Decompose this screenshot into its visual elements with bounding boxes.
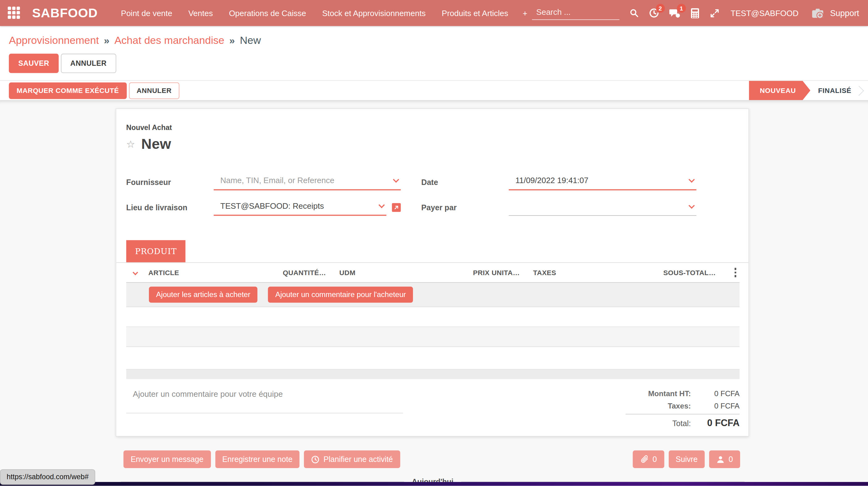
- status-pipeline: NOUVEAUFINALISÉ: [749, 81, 868, 100]
- followers-button[interactable]: 0: [709, 451, 740, 468]
- date-value[interactable]: 11/09/2022 19:41:07: [515, 176, 588, 185]
- internal-link-icon[interactable]: [392, 203, 401, 212]
- lieu-label: Lieu de livraison: [126, 203, 214, 212]
- chevron-down-icon[interactable]: [688, 176, 695, 183]
- total-row-value: 0 FCFA: [691, 402, 740, 410]
- followers-count: 0: [729, 455, 733, 464]
- lieu-input-wrap: TEST@SABFOOD: Receipts: [214, 199, 386, 216]
- fournisseur-input[interactable]: [220, 176, 393, 185]
- apps-menu-icon[interactable]: [8, 6, 21, 20]
- breadcrumb-item: Achat des marchandise »: [114, 34, 235, 46]
- grand-total-label: Total:: [673, 419, 691, 428]
- breadcrumb-separator-icon: »: [104, 35, 110, 46]
- calculator-icon[interactable]: [690, 7, 699, 19]
- navbar-right: 2 1 TEST@SABFOOD Support: [532, 6, 859, 20]
- col-article[interactable]: ARTICLE: [148, 269, 276, 277]
- support-button[interactable]: Support: [812, 7, 859, 19]
- search-input[interactable]: [532, 6, 619, 20]
- add-articles-button[interactable]: Ajouter les articles à acheter: [149, 287, 258, 302]
- field-fournisseur: Fournisseur: [126, 172, 401, 191]
- schedule-activity-label: Planifier une activité: [323, 455, 393, 464]
- attachments-count: 0: [652, 455, 657, 464]
- breadcrumb-link[interactable]: Approvisionnement: [9, 34, 99, 46]
- favorite-star-icon[interactable]: ☆: [126, 139, 135, 149]
- top-navbar: SABFOOD Point de venteVentesOperations d…: [0, 0, 868, 26]
- date-label: Date: [421, 177, 509, 187]
- breadcrumb-link[interactable]: Achat des marchandise: [114, 34, 224, 46]
- discard-button[interactable]: ANNULER: [61, 54, 116, 73]
- status-state[interactable]: FINALISÉ: [810, 81, 868, 100]
- field-lieu-livraison: Lieu de livraison TEST@SABFOOD: Receipts: [126, 198, 401, 217]
- add-menu-icon[interactable]: +: [523, 9, 527, 18]
- lieu-value[interactable]: TEST@SABFOOD: Receipts: [220, 201, 324, 210]
- cancel-button[interactable]: ANNULER: [129, 82, 179, 99]
- status-bar-url: https://sabfood.com/web#: [0, 469, 95, 485]
- field-grid: Fournisseur Lieu de livraison TEST@SABFO…: [126, 172, 735, 224]
- date-input-wrap: 11/09/2022 19:41:07: [509, 174, 696, 191]
- mark-done-button[interactable]: MARQUER COMME EXÉCUTÉ: [9, 82, 127, 99]
- col-prix-unitaire[interactable]: PRIX UNITA…: [412, 269, 520, 277]
- total-row-label: Taxes:: [668, 402, 691, 410]
- breadcrumb-item: Approvisionnement »: [9, 34, 110, 46]
- support-label: Support: [830, 8, 859, 18]
- messages-icon[interactable]: 1: [669, 8, 680, 18]
- col-udm[interactable]: UDM: [326, 269, 413, 277]
- total-row-value: 0 FCFA: [691, 390, 740, 398]
- send-message-button[interactable]: Envoyer un message: [124, 451, 211, 468]
- search-icon[interactable]: [629, 8, 639, 18]
- paperclip-icon: [640, 455, 649, 464]
- tab-produit[interactable]: PRODUIT: [126, 240, 186, 262]
- record-title: New: [141, 135, 171, 153]
- menu-item[interactable]: Produits et Articles: [442, 9, 508, 18]
- fournisseur-input-wrap: [214, 174, 401, 191]
- chevron-down-icon[interactable]: [378, 202, 384, 208]
- team-note-input[interactable]: [126, 390, 403, 414]
- empty-row-placeholder: [126, 326, 740, 347]
- add-buyer-note-button[interactable]: Ajouter un commentaire pour l'acheteur: [268, 287, 413, 302]
- empty-row-placeholder: [126, 369, 740, 379]
- screenshot-viewport: SABFOOD Point de venteVentesOperations d…: [0, 0, 868, 486]
- record-subtitle: Nouvel Achat: [126, 124, 735, 132]
- col-sous-total[interactable]: SOUS-TOTAL…: [658, 269, 716, 277]
- table-header-row: ARTICLE QUANTITÉ… UDM PRIX UNITA… TAXES …: [126, 263, 740, 283]
- breadcrumb-link[interactable]: New: [240, 34, 261, 46]
- chevron-down-icon[interactable]: [393, 176, 399, 183]
- person-icon: [716, 455, 725, 463]
- follow-button[interactable]: Suivre: [669, 451, 705, 468]
- breadcrumb: Approvisionnement » Achat des marchandis…: [0, 26, 868, 50]
- messages-count-badge: 1: [677, 4, 686, 13]
- breadcrumb-item: New »: [240, 34, 261, 46]
- form-actions: SAUVER ANNULER: [0, 50, 868, 80]
- clock-icon: [311, 455, 320, 463]
- col-quantite[interactable]: QUANTITÉ…: [276, 269, 326, 277]
- col-taxes[interactable]: TAXES: [520, 269, 658, 277]
- optional-columns-icon[interactable]: [716, 268, 741, 277]
- sheet-footer: Montant HT: 0 FCFA Taxes: 0 FCFA Total:: [126, 390, 740, 433]
- status-state[interactable]: NOUVEAU: [749, 81, 810, 100]
- schedule-activity-button[interactable]: Planifier une activité: [304, 451, 400, 468]
- attachments-button[interactable]: 0: [632, 451, 664, 468]
- menu-item[interactable]: Ventes: [188, 9, 213, 18]
- grand-total-row: Total: 0 FCFA: [625, 418, 740, 429]
- field-payer-par: Payer par: [421, 198, 696, 217]
- user-menu[interactable]: TEST@SABFOOD: [731, 9, 799, 18]
- chevron-down-icon[interactable]: [688, 202, 695, 208]
- brand-logo[interactable]: SABFOOD: [32, 6, 98, 21]
- payer-input-wrap: [509, 199, 696, 216]
- menu-item[interactable]: Operations de Caisse: [229, 9, 306, 18]
- totals-divider: [625, 414, 740, 414]
- log-note-button[interactable]: Enregistrer une note: [215, 451, 300, 468]
- form-sheet: Nouvel Achat ☆ New Fournisseur: [116, 108, 749, 436]
- expand-chevron-icon[interactable]: [132, 270, 138, 276]
- total-row: Taxes: 0 FCFA: [625, 402, 740, 410]
- fournisseur-label: Fournisseur: [126, 177, 214, 187]
- save-button[interactable]: SAUVER: [9, 54, 59, 73]
- totals-block: Montant HT: 0 FCFA Taxes: 0 FCFA Total:: [625, 390, 740, 433]
- menu-item[interactable]: Stock et Approvisionnements: [322, 9, 426, 18]
- fullscreen-icon[interactable]: [710, 8, 719, 18]
- statusbar: MARQUER COMME EXÉCUTÉ ANNULER NOUVEAUFIN…: [0, 80, 868, 101]
- activities-icon[interactable]: 2: [649, 8, 659, 18]
- menu-item[interactable]: Point de vente: [121, 9, 173, 18]
- table-add-row: Ajouter les articles à acheter Ajouter u…: [126, 283, 740, 307]
- total-row: Montant HT: 0 FCFA: [625, 390, 740, 398]
